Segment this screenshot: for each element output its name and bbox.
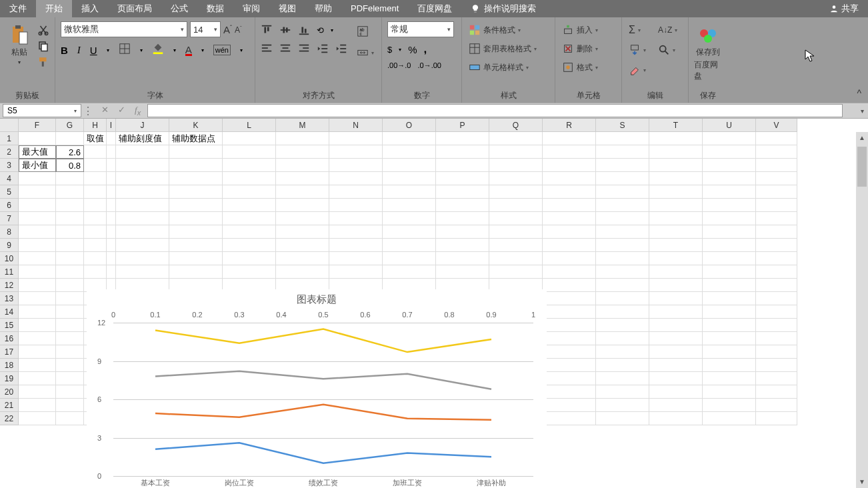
cell[interactable] — [383, 212, 436, 225]
cell[interactable] — [436, 239, 489, 252]
cell[interactable] — [116, 252, 169, 265]
cell[interactable] — [649, 399, 703, 412]
cell[interactable] — [703, 239, 756, 252]
number-format-combo[interactable]: 常规▾ — [387, 21, 454, 37]
cell[interactable] — [19, 252, 56, 265]
cell[interactable] — [703, 305, 756, 319]
cell[interactable] — [56, 359, 84, 372]
cell[interactable] — [436, 265, 489, 279]
cell[interactable] — [596, 239, 649, 252]
cell[interactable] — [223, 199, 276, 212]
cell[interactable] — [756, 199, 797, 212]
row-head-21[interactable]: 21 — [0, 399, 19, 412]
cell[interactable] — [329, 199, 383, 212]
cell[interactable] — [276, 225, 329, 239]
cell[interactable] — [107, 185, 116, 199]
cell[interactable] — [223, 265, 276, 279]
cell[interactable] — [56, 412, 84, 425]
cell[interactable] — [223, 145, 276, 159]
cell[interactable] — [543, 319, 596, 332]
cell[interactable] — [116, 172, 169, 185]
cell[interactable] — [703, 265, 756, 279]
cell[interactable] — [543, 372, 596, 385]
cell[interactable] — [276, 265, 329, 279]
select-all-button[interactable] — [0, 119, 19, 132]
cell[interactable] — [19, 359, 56, 372]
shrink-font-icon[interactable]: Aˇ — [235, 25, 242, 35]
vertical-scrollbar[interactable]: ▲ ▼ — [856, 132, 868, 488]
col-head-H[interactable]: H — [84, 119, 107, 132]
cell[interactable] — [649, 359, 703, 372]
cell[interactable] — [596, 265, 649, 279]
cell[interactable] — [543, 399, 596, 412]
cell[interactable] — [543, 385, 596, 399]
cell[interactable] — [703, 292, 756, 305]
cell[interactable] — [756, 399, 797, 412]
cell[interactable] — [489, 199, 543, 212]
cell[interactable] — [489, 185, 543, 199]
tab-help[interactable]: 帮助 — [305, 0, 341, 17]
cell[interactable] — [84, 212, 107, 225]
cell[interactable] — [703, 159, 756, 172]
cell[interactable] — [543, 292, 596, 305]
cell[interactable] — [649, 279, 703, 292]
cell[interactable] — [543, 159, 596, 172]
wrap-text-button[interactable]: abc — [355, 24, 375, 39]
cell[interactable] — [276, 185, 329, 199]
format-painter-icon[interactable] — [37, 56, 49, 68]
cell[interactable] — [276, 239, 329, 252]
row-head-18[interactable]: 18 — [0, 359, 19, 372]
cell[interactable] — [756, 412, 797, 425]
col-head-I[interactable]: I — [107, 119, 116, 132]
row-head-20[interactable]: 20 — [0, 385, 19, 399]
cell[interactable] — [756, 359, 797, 372]
cell[interactable] — [56, 305, 84, 319]
cell[interactable] — [107, 132, 116, 145]
cell[interactable] — [329, 252, 383, 265]
enter-icon[interactable]: ✓ — [118, 105, 125, 117]
cell[interactable] — [223, 239, 276, 252]
cell[interactable] — [383, 132, 436, 145]
autosum-button[interactable]: Σ▾ — [627, 23, 647, 37]
cell[interactable] — [107, 265, 116, 279]
cell[interactable] — [107, 159, 116, 172]
paste-button[interactable]: 粘贴▾ — [5, 21, 33, 65]
tab-review[interactable]: 审阅 — [233, 0, 269, 17]
cell[interactable] — [19, 132, 56, 145]
format-button[interactable]: 格式▾ — [561, 60, 599, 75]
cell[interactable] — [84, 145, 107, 159]
cell[interactable]: 最小值 — [19, 159, 56, 172]
cell[interactable] — [703, 199, 756, 212]
cell[interactable] — [649, 305, 703, 319]
cell-style-button[interactable]: 单元格样式▾ — [467, 60, 530, 75]
cell[interactable] — [56, 319, 84, 332]
cell[interactable] — [596, 345, 649, 359]
tab-baidu[interactable]: 百度网盘 — [408, 0, 461, 17]
tab-insert[interactable]: 插入 — [72, 0, 108, 17]
cell[interactable] — [19, 319, 56, 332]
row-head-4[interactable]: 4 — [0, 172, 19, 185]
orientation-button[interactable]: ⟲ — [317, 25, 324, 35]
cell[interactable] — [543, 412, 596, 425]
cell[interactable] — [703, 185, 756, 199]
row-head-13[interactable]: 13 — [0, 292, 19, 305]
cell[interactable] — [383, 199, 436, 212]
cell[interactable] — [56, 385, 84, 399]
align-center-icon[interactable] — [279, 43, 291, 55]
cell[interactable] — [649, 372, 703, 385]
accounting-button[interactable]: $ — [387, 45, 392, 55]
cell[interactable] — [116, 265, 169, 279]
font-name-combo[interactable]: 微软雅黑▾ — [61, 21, 187, 37]
cell[interactable] — [84, 172, 107, 185]
cell[interactable] — [756, 185, 797, 199]
cell[interactable] — [436, 185, 489, 199]
cell[interactable] — [276, 132, 329, 145]
cell[interactable] — [649, 225, 703, 239]
cell[interactable] — [84, 239, 107, 252]
row-head-10[interactable]: 10 — [0, 252, 19, 265]
col-head-R[interactable]: R — [543, 119, 596, 132]
worksheet-grid[interactable]: FGHIJKLMNOPQRSTUV 1234567891011121314151… — [0, 119, 868, 488]
cell[interactable] — [543, 145, 596, 159]
cell[interactable]: 2.6 — [56, 145, 84, 159]
align-bottom-icon[interactable] — [298, 24, 310, 36]
